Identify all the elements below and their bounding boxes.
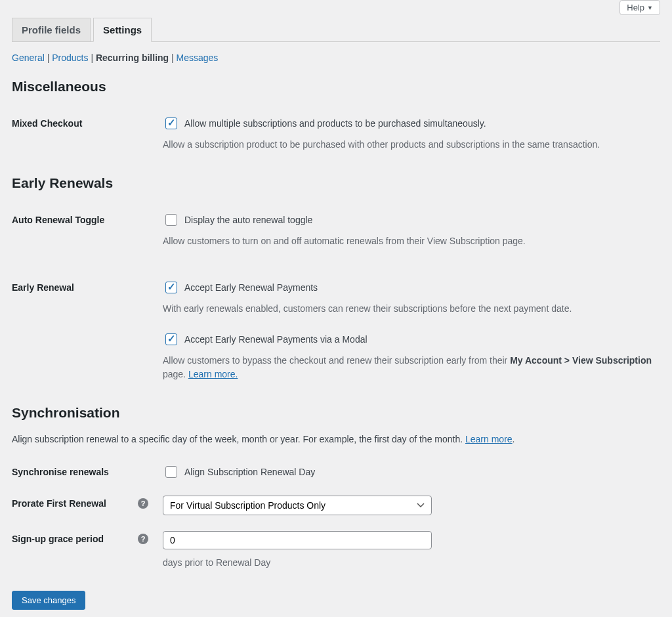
prorate-label: Prorate First Renewal	[12, 498, 106, 509]
section-heading-synchronisation: Synchronisation	[12, 405, 660, 421]
grace-period-input[interactable]	[163, 531, 432, 549]
tab-profile-fields[interactable]: Profile fields	[12, 18, 91, 42]
help-button-label: Help	[627, 3, 644, 12]
grace-period-desc: days prior to Renewal Day	[163, 556, 660, 570]
subnav-general[interactable]: General	[12, 53, 45, 63]
mixed-checkout-chk-label: Allow multiple subscriptions and product…	[184, 118, 486, 129]
early-renewal-learn-more-link[interactable]: Learn more.	[188, 369, 238, 379]
subnav: General | Products | Recurring billing |…	[12, 53, 660, 63]
mixed-checkout-desc: Allow a subscription product to be purch…	[163, 138, 660, 152]
sync-learn-more-link[interactable]: Learn more	[465, 434, 513, 444]
early-renewal-label: Early Renewal	[12, 272, 163, 389]
tabs: Profile fields Settings	[12, 18, 660, 42]
subnav-messages[interactable]: Messages	[177, 53, 219, 63]
help-icon[interactable]: ?	[138, 534, 148, 544]
help-icon[interactable]: ?	[138, 498, 148, 509]
early-renewal-desc: With early renewals enabled, customers c…	[163, 302, 660, 316]
subnav-products[interactable]: Products	[52, 53, 88, 63]
prorate-select[interactable]: For Virtual Subscription Products Only	[163, 496, 432, 515]
sync-renewals-label: Synchronise renewals	[12, 456, 163, 488]
help-button[interactable]: Help ▼	[620, 0, 660, 15]
subnav-recurring: Recurring billing	[96, 53, 169, 63]
grace-period-label: Sign-up grace period	[12, 534, 104, 544]
save-button[interactable]: Save changes	[12, 591, 85, 610]
early-renewal-modal-checkbox[interactable]	[165, 333, 177, 345]
mixed-checkout-label: Mixed Checkout	[12, 108, 163, 160]
sync-renewals-checkbox[interactable]	[165, 466, 177, 478]
auto-renewal-checkbox[interactable]	[165, 214, 177, 226]
early-renewal-checkbox[interactable]	[165, 282, 177, 293]
auto-renewal-chk-label: Display the auto renewal toggle	[184, 215, 312, 225]
mixed-checkout-checkbox[interactable]	[165, 117, 177, 129]
auto-renewal-desc: Allow customers to turn on and off autom…	[163, 234, 660, 248]
sync-renewals-chk-label: Align Subscription Renewal Day	[184, 467, 315, 477]
section-heading-miscellaneous: Miscellaneous	[12, 79, 660, 95]
early-renewal-modal-chk-label: Accept Early Renewal Payments via a Moda…	[184, 334, 368, 345]
early-renewal-chk-label: Accept Early Renewal Payments	[184, 282, 318, 293]
section-heading-early-renewals: Early Renewals	[12, 175, 660, 191]
early-renewal-modal-desc: Allow customers to bypass the checkout a…	[163, 354, 660, 381]
auto-renewal-label: Auto Renewal Toggle	[12, 204, 163, 272]
caret-down-icon: ▼	[647, 5, 653, 11]
sync-section-desc: Align subscription renewal to a specific…	[12, 434, 660, 444]
tab-settings[interactable]: Settings	[93, 18, 152, 42]
